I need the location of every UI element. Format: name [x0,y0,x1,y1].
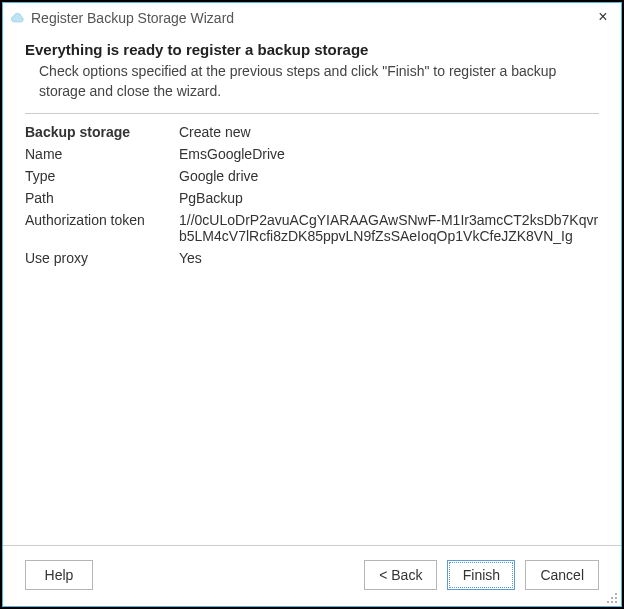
value-path: PgBackup [179,190,599,206]
value-backup-storage: Create new [179,124,599,140]
svg-point-3 [615,601,617,603]
footer-buttons-right: < Back Finish Cancel [364,560,599,590]
cloud-icon [9,10,25,26]
wizard-window: Register Backup Storage Wizard × Everyth… [2,2,622,607]
label-name: Name [25,146,175,162]
label-backup-storage: Backup storage [25,124,175,140]
titlebar: Register Backup Storage Wizard × [3,3,621,33]
value-name: EmsGoogleDrive [179,146,599,162]
label-use-proxy: Use proxy [25,250,175,266]
svg-point-5 [607,601,609,603]
close-button[interactable]: × [593,8,613,28]
svg-point-4 [611,601,613,603]
svg-point-0 [615,593,617,595]
label-type: Type [25,168,175,184]
divider [25,113,599,114]
label-auth-token: Authorization token [25,212,175,228]
wizard-footer: Help < Back Finish Cancel [3,545,621,606]
summary-table: Backup storage Create new Name EmsGoogle… [25,124,599,266]
svg-point-2 [611,597,613,599]
svg-point-1 [615,597,617,599]
page-subheading: Check options specified at the previous … [39,62,599,101]
wizard-content: Everything is ready to register a backup… [3,33,621,545]
value-type: Google drive [179,168,599,184]
resize-grip-icon[interactable] [606,591,618,603]
page-heading: Everything is ready to register a backup… [25,41,599,58]
label-path: Path [25,190,175,206]
value-use-proxy: Yes [179,250,599,266]
help-button[interactable]: Help [25,560,93,590]
back-button[interactable]: < Back [364,560,437,590]
window-title: Register Backup Storage Wizard [31,10,593,26]
value-auth-token: 1//0cULoDrP2avuACgYIARAAGAwSNwF-M1Ir3amc… [179,212,599,244]
finish-button[interactable]: Finish [447,560,515,590]
cancel-button[interactable]: Cancel [525,560,599,590]
